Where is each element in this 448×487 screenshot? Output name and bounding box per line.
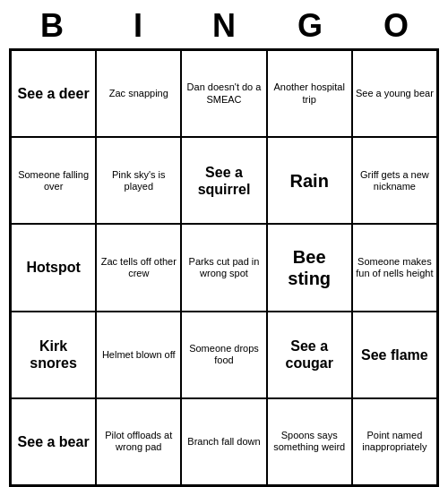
cell-20: See a bear xyxy=(11,398,96,485)
cell-16: Helmet blown off xyxy=(96,312,181,398)
cell-19: See flame xyxy=(352,312,437,398)
cell-10: Hotspot xyxy=(11,224,96,311)
title-i: I xyxy=(102,7,174,45)
cell-24: Point named inappropriately xyxy=(352,398,437,485)
cell-23: Spoons says something weird xyxy=(267,398,352,485)
cell-12: Parks cut pad in wrong spot xyxy=(181,224,266,311)
cell-21: Pilot offloads at wrong pad xyxy=(96,398,181,485)
cell-3: Another hospital trip xyxy=(267,50,352,137)
title-g: G xyxy=(274,7,346,45)
bingo-title: B I N G O xyxy=(9,0,439,48)
cell-11: Zac tells off other crew xyxy=(96,224,181,311)
cell-5: Someone falling over xyxy=(11,137,96,224)
cell-4: See a young bear xyxy=(352,50,437,137)
cell-2: Dan doesn't do a SMEAC xyxy=(181,50,266,137)
cell-13: Bee sting xyxy=(267,224,352,311)
cell-7: See a squirrel xyxy=(181,137,266,224)
cell-22: Branch fall down xyxy=(181,398,266,485)
cell-14: Someone makes fun of nells height xyxy=(352,224,437,311)
cell-17: Someone drops food xyxy=(181,312,266,398)
cell-1: Zac snapping xyxy=(96,50,181,137)
cell-8: Rain xyxy=(267,137,352,224)
cell-6: Pink sky's is played xyxy=(96,137,181,224)
cell-18: See a cougar xyxy=(267,312,352,398)
cell-0: See a deer xyxy=(11,50,96,137)
bingo-grid: See a deerZac snappingDan doesn't do a S… xyxy=(9,48,439,487)
title-b: B xyxy=(16,7,88,45)
cell-9: Griff gets a new nickname xyxy=(352,137,437,224)
title-n: N xyxy=(188,7,260,45)
cell-15: Kirk snores xyxy=(11,312,96,398)
title-o: O xyxy=(360,7,432,45)
